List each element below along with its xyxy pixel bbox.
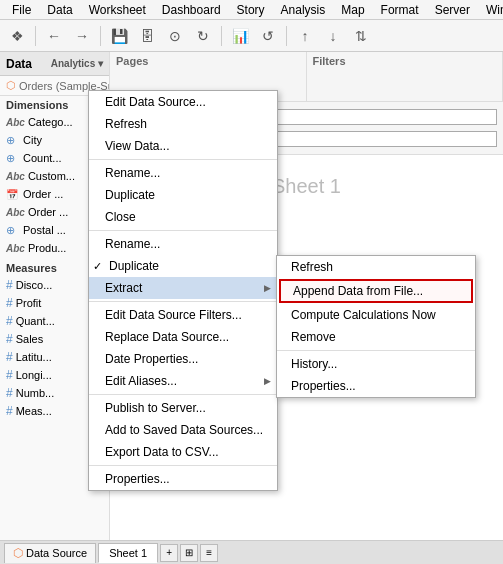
ctx-sep-4 [89, 394, 277, 395]
abc-icon-category: Abc [6, 117, 25, 128]
ctx-edit-aliases[interactable]: Edit Aliases... [89, 370, 277, 392]
hash-icon-measure-values: # [6, 404, 13, 418]
ctx-properties[interactable]: Properties... [89, 468, 277, 490]
hash-icon-longitude: # [6, 368, 13, 382]
menu-map[interactable]: Map [333, 1, 372, 19]
ctx-duplicate-1[interactable]: Duplicate [89, 184, 277, 206]
grid-view-button[interactable]: ⊞ [180, 544, 198, 562]
toolbar-separator-1 [35, 26, 36, 46]
chart-button[interactable]: 📊 [227, 23, 253, 49]
refresh-button[interactable]: ↻ [190, 23, 216, 49]
ctx-export-csv[interactable]: Export Data to CSV... [89, 441, 277, 463]
submenu-append-data[interactable]: Append Data from File... [279, 279, 473, 303]
datasource-tab[interactable]: ⬡ Data Source [4, 543, 96, 563]
new-datasource-button[interactable]: 🗄 [134, 23, 160, 49]
sort-desc[interactable]: ↓ [320, 23, 346, 49]
hash-icon-sales: # [6, 332, 13, 346]
sort-asc[interactable]: ↑ [292, 23, 318, 49]
ctx-close[interactable]: Close [89, 206, 277, 228]
sheet1-tab[interactable]: Sheet 1 [98, 543, 158, 563]
ctx-rename-2[interactable]: Rename... [89, 233, 277, 255]
ctx-add-saved[interactable]: Add to Saved Data Sources... [89, 419, 277, 441]
ctx-sep-5 [89, 465, 277, 466]
submenu-sep [277, 350, 475, 351]
extract-submenu: Refresh Append Data from File... Compute… [276, 255, 476, 398]
sheet-title: Sheet 1 [272, 175, 341, 198]
list-view-button[interactable]: ≡ [200, 544, 218, 562]
ctx-extract[interactable]: Extract [89, 277, 277, 299]
pages-header: Pages [116, 55, 300, 67]
ctx-duplicate-2[interactable]: Duplicate [89, 255, 277, 277]
menu-story[interactable]: Story [229, 1, 273, 19]
abc-icon-orderid: Abc [6, 207, 25, 218]
connect-button[interactable]: ⊙ [162, 23, 188, 49]
ctx-edit-filters[interactable]: Edit Data Source Filters... [89, 304, 277, 326]
ctx-replace-datasource[interactable]: Replace Data Source... [89, 326, 277, 348]
menu-dashboard[interactable]: Dashboard [154, 1, 229, 19]
undo-button[interactable]: ↺ [255, 23, 281, 49]
menu-worksheet[interactable]: Worksheet [81, 1, 154, 19]
sort-all[interactable]: ⇅ [348, 23, 374, 49]
ctx-sep-2 [89, 230, 277, 231]
geo-icon-country: ⊕ [6, 152, 20, 165]
menu-server[interactable]: Server [427, 1, 478, 19]
data-label: Data [6, 57, 32, 71]
hash-icon-latitude: # [6, 350, 13, 364]
hash-icon-count: # [6, 386, 13, 400]
ctx-refresh[interactable]: Refresh [89, 113, 277, 135]
menu-bar: File Data Worksheet Dashboard Story Anal… [0, 0, 503, 20]
hash-icon-quantity: # [6, 314, 13, 328]
sheet1-tab-label: Sheet 1 [109, 547, 147, 559]
submenu-compute-calc[interactable]: Compute Calculations Now [277, 304, 475, 326]
ctx-publish-server[interactable]: Publish to Server... [89, 397, 277, 419]
ctx-view-data[interactable]: View Data... [89, 135, 277, 157]
filters-box: Filters [307, 52, 504, 101]
geo-icon-city: ⊕ [6, 134, 20, 147]
back-button[interactable]: ← [41, 23, 67, 49]
ctx-sep-1 [89, 159, 277, 160]
toolbar: ❖ ← → 💾 🗄 ⊙ ↻ 📊 ↺ ↑ ↓ ⇅ [0, 20, 503, 52]
menu-window[interactable]: Windo... [478, 1, 503, 19]
toolbar-separator-3 [221, 26, 222, 46]
tab-bar: ⬡ Data Source Sheet 1 + ⊞ ≡ [0, 540, 503, 564]
save-button[interactable]: 💾 [106, 23, 132, 49]
hash-icon-discount: # [6, 278, 13, 292]
datasource-tab-label: Data Source [26, 547, 87, 559]
toolbar-separator-2 [100, 26, 101, 46]
toolbar-separator-4 [286, 26, 287, 46]
abc-icon-customer: Abc [6, 171, 25, 182]
submenu-properties[interactable]: Properties... [277, 375, 475, 397]
analytics-toggle[interactable]: Analytics ▾ [51, 58, 103, 69]
submenu-remove[interactable]: Remove [277, 326, 475, 348]
datasource-icon: ⬡ [13, 546, 23, 560]
menu-analysis[interactable]: Analysis [273, 1, 334, 19]
submenu-history[interactable]: History... [277, 353, 475, 375]
ctx-edit-datasource[interactable]: Edit Data Source... [89, 91, 277, 113]
new-sheet-button[interactable]: + [160, 544, 178, 562]
main-context-menu: Edit Data Source... Refresh View Data...… [88, 90, 278, 491]
submenu-refresh[interactable]: Refresh [277, 256, 475, 278]
abc-icon-product: Abc [6, 243, 25, 254]
forward-button[interactable]: → [69, 23, 95, 49]
panel-header: Data Analytics ▾ [0, 52, 109, 76]
geo-icon-postal: ⊕ [6, 224, 20, 237]
menu-format[interactable]: Format [373, 1, 427, 19]
hash-icon-profit: # [6, 296, 13, 310]
ctx-sep-3 [89, 301, 277, 302]
ctx-rename-1[interactable]: Rename... [89, 162, 277, 184]
filters-header: Filters [313, 55, 497, 67]
date-icon-order: 📅 [6, 189, 20, 200]
ctx-date-properties[interactable]: Date Properties... [89, 348, 277, 370]
menu-data[interactable]: Data [39, 1, 80, 19]
menu-file[interactable]: File [4, 1, 39, 19]
tableau-logo: ❖ [4, 23, 30, 49]
